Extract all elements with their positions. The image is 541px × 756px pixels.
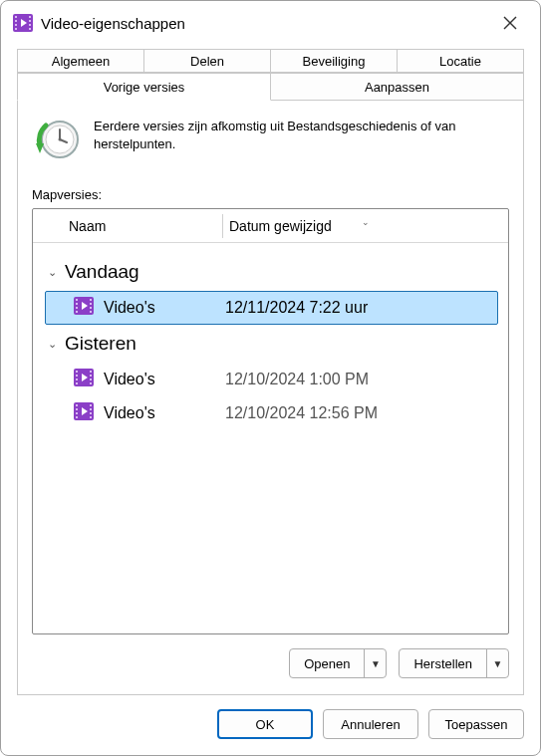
tab-row-1: Algemeen Delen Beveiliging Locatie: [17, 49, 524, 73]
svg-rect-46: [90, 416, 92, 418]
svg-rect-7: [29, 24, 31, 26]
ok-button[interactable]: OK: [217, 709, 313, 739]
svg-rect-24: [90, 303, 92, 305]
svg-rect-45: [90, 412, 92, 414]
version-row[interactable]: Video's 12/10/2024 1:00 PM: [45, 363, 498, 396]
svg-rect-3: [15, 24, 17, 26]
group-label: Gisteren: [65, 333, 136, 355]
open-dropdown-button[interactable]: [364, 649, 386, 677]
svg-rect-5: [29, 16, 31, 18]
close-button[interactable]: [490, 9, 530, 37]
open-button[interactable]: Openen: [290, 649, 364, 677]
video-folder-icon: [74, 297, 96, 319]
version-date: 12/11/2024 7:22 uur: [225, 299, 497, 317]
svg-rect-22: [76, 311, 78, 313]
titlebar: Video-eigenschappen: [1, 1, 540, 43]
info-text: Eerdere versies zijn afkomstig uit Besta…: [94, 116, 509, 152]
version-name: Video's: [104, 299, 225, 317]
svg-point-16: [59, 138, 62, 141]
info-row: Eerdere versies zijn afkomstig uit Besta…: [32, 114, 509, 179]
tab-delen[interactable]: Delen: [143, 49, 271, 73]
svg-marker-17: [36, 143, 44, 153]
svg-rect-26: [90, 311, 92, 313]
list-body: ⌄ Vandaag: [33, 243, 508, 633]
svg-rect-19: [76, 299, 78, 301]
group-label: Vandaag: [65, 261, 139, 283]
video-folder-icon: [74, 369, 96, 390]
dialog-footer: OK Annuleren Toepassen: [1, 695, 540, 755]
version-name: Video's: [104, 371, 225, 388]
svg-rect-41: [76, 412, 78, 414]
version-name: Video's: [104, 404, 225, 422]
column-header-name[interactable]: Naam: [33, 218, 222, 234]
dialog-body: Algemeen Delen Beveiliging Locatie Vorig…: [1, 43, 540, 695]
tab-locatie[interactable]: Locatie: [397, 49, 524, 73]
svg-rect-1: [15, 16, 17, 18]
tab-strip: Algemeen Delen Beveiliging Locatie Vorig…: [17, 49, 524, 101]
svg-rect-4: [15, 28, 17, 30]
svg-rect-6: [29, 20, 31, 22]
video-folder-icon: [13, 14, 33, 32]
svg-rect-33: [90, 371, 92, 373]
column-header-date-label: Datum gewijzigd: [229, 218, 332, 234]
tab-row-2: Vorige versies Aanpassen: [17, 73, 524, 101]
group-header-gisteren[interactable]: ⌄ Gisteren: [45, 333, 498, 355]
tab-algemeen[interactable]: Algemeen: [17, 49, 144, 73]
svg-rect-43: [90, 404, 92, 406]
tab-vorige-versies[interactable]: Vorige versies: [17, 73, 271, 101]
svg-rect-42: [76, 416, 78, 418]
svg-rect-25: [90, 307, 92, 309]
svg-rect-21: [76, 307, 78, 309]
version-row[interactable]: Video's 12/10/2024 12:56 PM: [45, 396, 498, 430]
dialog-title: Video-eigenschappen: [41, 15, 482, 32]
chevron-down-icon: ⌄: [45, 338, 59, 351]
version-date: 12/10/2024 12:56 PM: [225, 404, 497, 422]
restore-button[interactable]: Herstellen: [400, 649, 486, 677]
svg-rect-36: [90, 382, 92, 384]
svg-rect-35: [90, 378, 92, 380]
actions-row: Openen Herstellen: [32, 634, 509, 682]
restore-split-button: Herstellen: [399, 648, 509, 678]
column-header-date[interactable]: ⌄ Datum gewijzigd: [223, 218, 508, 234]
restore-dropdown-button[interactable]: [486, 649, 508, 677]
tab-aanpassen[interactable]: Aanpassen: [270, 73, 524, 101]
svg-rect-39: [76, 404, 78, 406]
svg-rect-8: [29, 28, 31, 30]
svg-rect-32: [76, 382, 78, 384]
versions-listbox: Naam ⌄ Datum gewijzigd ⌄ Vandaag: [32, 208, 509, 634]
svg-rect-29: [76, 371, 78, 373]
svg-rect-31: [76, 378, 78, 380]
svg-rect-40: [76, 408, 78, 410]
apply-button[interactable]: Toepassen: [428, 709, 524, 739]
svg-rect-2: [15, 20, 17, 22]
list-header: Naam ⌄ Datum gewijzigd: [33, 209, 508, 243]
close-icon: [503, 16, 517, 30]
open-split-button: Openen: [289, 648, 387, 678]
svg-rect-34: [90, 375, 92, 377]
version-row[interactable]: Video's 12/11/2024 7:22 uur: [45, 291, 498, 325]
svg-rect-30: [76, 375, 78, 377]
tab-content: Eerdere versies zijn afkomstig uit Besta…: [17, 100, 524, 695]
cancel-button[interactable]: Annuleren: [323, 709, 418, 739]
properties-dialog: Video-eigenschappen Algemeen Delen Bevei…: [0, 0, 541, 756]
tab-beveiliging[interactable]: Beveiliging: [270, 49, 398, 73]
svg-rect-44: [90, 408, 92, 410]
svg-rect-20: [76, 303, 78, 305]
history-clock-icon: [32, 116, 80, 163]
mapversies-label: Mapversies:: [32, 187, 509, 202]
svg-rect-23: [90, 299, 92, 301]
version-date: 12/10/2024 1:00 PM: [225, 371, 497, 388]
sort-chevron-icon: ⌄: [362, 217, 370, 227]
video-folder-icon: [74, 402, 96, 424]
chevron-down-icon: ⌄: [45, 266, 59, 279]
group-header-vandaag[interactable]: ⌄ Vandaag: [45, 261, 498, 283]
